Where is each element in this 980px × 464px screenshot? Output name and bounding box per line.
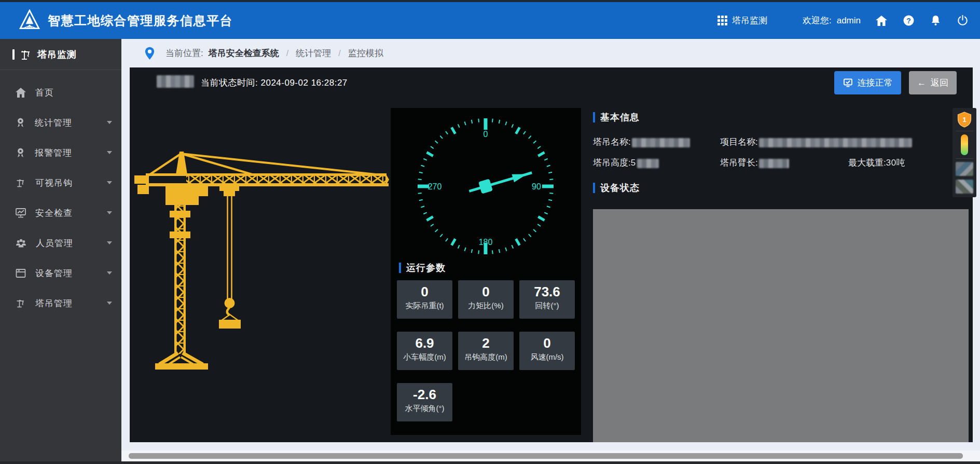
chevron-down-icon (107, 211, 112, 214)
breadcrumb-root: 塔吊安全检查系统 (209, 47, 279, 59)
app-switcher-label: 塔吊监测 (732, 15, 767, 26)
sidebar-item-statistics[interactable]: 统计管理 (0, 107, 121, 138)
param-card: 73.6回转(°) (519, 280, 575, 319)
horizontal-scrollbar-track[interactable] (121, 451, 980, 461)
connection-status-button[interactable]: 连接正常 (834, 71, 901, 94)
section-accent-bar (593, 183, 595, 193)
sidebar-header-mark (12, 49, 15, 60)
section-accent-bar (399, 263, 401, 273)
app-header: 智慧工地综合管理服务信息平台 塔吊监测 欢迎您:admin (0, 2, 980, 39)
widget-divider (956, 158, 973, 159)
device-name-redacted (157, 75, 194, 88)
gauge-params-panel: 0 90 180 270 运行参数 (391, 108, 581, 435)
info-field-crane-name: 塔吊名称: (593, 136, 690, 148)
widget-divider (956, 131, 973, 131)
app-switcher[interactable]: 塔吊监测 (717, 15, 767, 26)
sidebar-header: 塔吊监测 (0, 39, 121, 70)
running-params-header: 运行参数 (399, 262, 446, 274)
status-time-value: 2024-09-02 16:28:27 (260, 78, 347, 88)
crane-icon (16, 298, 26, 308)
location-pin-icon (144, 47, 155, 60)
app-logo-icon (19, 9, 40, 32)
power-icon[interactable] (956, 15, 969, 27)
floating-widget-column: 1 (953, 108, 976, 197)
param-card: -2.6水平倾角(°) (397, 383, 452, 421)
redacted-value (759, 138, 912, 147)
breadcrumb-label: 当前位置: (165, 47, 203, 59)
horizontal-scrollbar-thumb[interactable] (129, 453, 963, 459)
home-icon[interactable] (875, 15, 888, 27)
app-root: 智慧工地综合管理服务信息平台 塔吊监测 欢迎您:admin (0, 0, 980, 464)
people-icon (16, 238, 26, 248)
info-field-max-load: 最大载重:30吨 (848, 157, 905, 169)
back-arrow-icon: ← (917, 78, 926, 88)
device-status-header: 设备状态 (593, 182, 640, 194)
notifications-bell-icon[interactable] (929, 15, 942, 27)
device-status-video-placeholder (593, 209, 969, 442)
medal-icon (16, 117, 25, 128)
crane-icon (20, 48, 32, 61)
running-params-cards: 0实际吊重(t) 0力矩比(%) 73.6回转(°) 6.9小车幅度(m) 2吊… (397, 280, 575, 421)
back-button[interactable]: ← 返回 (909, 71, 957, 94)
param-card: 6.9小车幅度(m) (397, 332, 452, 370)
gauge-needle (467, 167, 534, 197)
sidebar-item-safety-check[interactable]: 安全检查 (0, 198, 121, 228)
chevron-down-icon (107, 121, 112, 124)
gauge-label-west: 270 (428, 182, 442, 191)
sidebar: 塔吊监测 首页 统计管理 (0, 39, 121, 461)
chevron-down-icon (107, 181, 112, 184)
camera-thumbnail[interactable] (956, 162, 973, 176)
gauge-label-east: 90 (532, 182, 541, 191)
status-time: 当前状态时间: 2024-09-02 16:28:27 (201, 77, 348, 89)
medal-icon (16, 147, 25, 158)
home-icon (16, 88, 26, 98)
chevron-down-icon (107, 241, 112, 244)
sidebar-nav: 首页 统计管理 (0, 70, 121, 318)
rotation-gauge: 0 90 180 270 (410, 111, 561, 262)
breadcrumb-monitor-sim[interactable]: 监控模拟 (348, 47, 383, 59)
redacted-value (632, 138, 690, 147)
sidebar-item-equipment[interactable]: 设备管理 (0, 258, 121, 288)
param-card: 0力矩比(%) (458, 280, 514, 319)
info-field-jib-length: 塔吊臂长: (720, 157, 789, 169)
breadcrumb-statistics[interactable]: 统计管理 (296, 47, 331, 59)
sidebar-item-visual-hook[interactable]: 可视吊钩 (0, 168, 121, 198)
sidebar-item-crane-management[interactable]: 塔吊管理 (0, 288, 121, 318)
main-panel: 当前状态时间: 2024-09-02 16:28:27 连接正常 ← 返回 (130, 67, 973, 442)
help-icon[interactable]: ? (902, 15, 915, 27)
crane-icon (16, 178, 26, 188)
camera-thumbnail[interactable] (956, 180, 973, 194)
param-card: 2吊钩高度(m) (458, 332, 514, 370)
gauge-label-south: 180 (479, 238, 493, 247)
shield-badge-count: 1 (962, 116, 966, 124)
info-field-crane-height: 塔吊高度:5 (593, 157, 659, 169)
welcome-text: 欢迎您:admin (803, 15, 861, 26)
device-box-icon (16, 268, 26, 278)
sidebar-item-alarms[interactable]: 报警管理 (0, 138, 121, 168)
info-field-project-name: 项目名称: (720, 136, 912, 148)
sidebar-title: 塔吊监测 (37, 48, 77, 61)
load-level-gradient-indicator (961, 134, 968, 155)
gauge-dial: 0 90 180 270 (410, 111, 561, 262)
gauge-label-north: 0 (484, 130, 488, 139)
page-title: 智慧工地综合管理服务信息平台 (48, 12, 233, 29)
chevron-down-icon (107, 302, 112, 305)
breadcrumb: 当前位置: 塔吊安全检查系统 / 统计管理 / 监控模拟 (121, 39, 980, 67)
alarm-shield-badge[interactable]: 1 (957, 112, 972, 128)
chevron-down-icon (107, 151, 112, 154)
tower-crane-illustration (132, 149, 389, 374)
param-card: 0实际吊重(t) (397, 280, 452, 319)
redacted-value (637, 159, 659, 168)
window-bottom-strip (0, 461, 980, 464)
sidebar-item-personnel[interactable]: 人员管理 (0, 228, 121, 258)
sidebar-item-home[interactable]: 首页 (0, 77, 121, 107)
svg-text:?: ? (906, 17, 911, 25)
username: admin (837, 16, 861, 25)
grid-menu-icon (717, 16, 727, 25)
param-card: 0风速(m/s) (519, 332, 575, 370)
monitor-check-icon (843, 78, 853, 88)
monitor-chart-icon (16, 208, 26, 218)
basic-info-header: 基本信息 (593, 111, 640, 124)
chevron-down-icon (107, 271, 112, 275)
redacted-value (759, 159, 789, 168)
